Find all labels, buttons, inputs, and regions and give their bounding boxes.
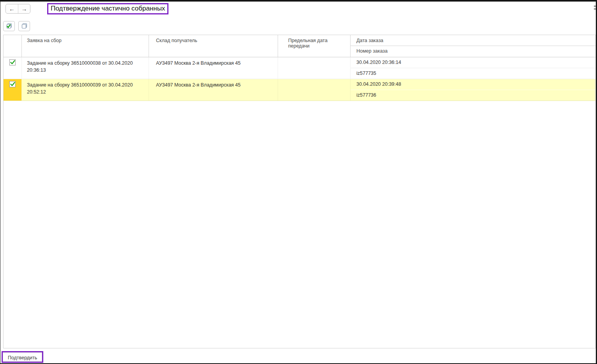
screenshot-frame-left: [0, 0, 0, 364]
cell-warehouse: АУ3497 Москва 2-я Владимирская 45: [149, 57, 278, 79]
header-deadline[interactable]: Предельная дата передачи: [278, 35, 351, 57]
annotation-box-confirm: Подтвердить: [2, 351, 43, 363]
uncheck-all-button[interactable]: [18, 21, 30, 31]
table-header-row: Заявка на сбор Склад получатель Предельн…: [4, 35, 595, 57]
confirm-button[interactable]: Подтвердить: [3, 352, 42, 362]
cell-order-group: 30.04.2020 20:36:14 iz577735: [351, 57, 595, 79]
forward-arrow-icon: →: [21, 5, 27, 12]
screenshot-frame-top: [0, 0, 597, 2]
row-checkbox-cell-current: [4, 79, 22, 101]
cell-deadline: [278, 79, 351, 101]
clear-all-docs-icon: [21, 23, 28, 29]
cell-order-group: 30.04.2020 20:39:48 iz577736: [351, 79, 595, 101]
row-checkbox-cell: [4, 57, 22, 79]
header-request[interactable]: Заявка на сбор: [22, 35, 149, 57]
orders-table: Заявка на сбор Склад получатель Предельн…: [3, 35, 596, 348]
page-title: Подтверждение частично собранных: [51, 5, 165, 12]
row-checkbox-checked[interactable]: [9, 81, 16, 87]
forward-button[interactable]: →: [18, 4, 30, 13]
back-arrow-icon: ←: [9, 5, 15, 12]
header-order-number[interactable]: Номер заказа: [351, 46, 595, 57]
cell-deadline: [278, 57, 351, 79]
checkmark-icon: [10, 60, 15, 65]
list-toolbar: [3, 21, 30, 31]
annotation-box-title: Подтверждение частично собранных: [47, 3, 168, 14]
cell-order-date: 30.04.2020 20:36:14: [351, 57, 595, 68]
checkmark-icon: [10, 82, 15, 87]
cell-request: Задание на сборку 36510000038 от 30.04.2…: [22, 57, 149, 79]
table-row-selected[interactable]: Задание на сборку 36510000039 от 30.04.2…: [4, 79, 595, 101]
check-all-docs-icon: [5, 23, 12, 29]
cell-order-number: iz577735: [351, 68, 595, 79]
header-order-date[interactable]: Дата заказа: [351, 35, 595, 46]
cell-order-date: 30.04.2020 20:39:48: [351, 79, 595, 90]
cell-order-number: iz577736: [351, 90, 595, 101]
header-warehouse[interactable]: Склад получатель: [149, 35, 278, 57]
clipped-edge-artifact: [594, 5, 596, 11]
check-all-button[interactable]: [3, 21, 15, 31]
header-order-group: Дата заказа Номер заказа: [351, 35, 595, 57]
header-checkbox-column: [4, 35, 22, 57]
cell-request: Задание на сборку 36510000039 от 30.04.2…: [22, 79, 149, 101]
row-checkbox-checked[interactable]: [9, 59, 16, 65]
back-button[interactable]: ←: [6, 4, 18, 13]
cell-warehouse: АУ3497 Москва 2-я Владимирская 45: [149, 79, 278, 101]
history-nav: ← →: [5, 4, 30, 14]
table-row[interactable]: Задание на сборку 36510000038 от 30.04.2…: [4, 57, 595, 79]
